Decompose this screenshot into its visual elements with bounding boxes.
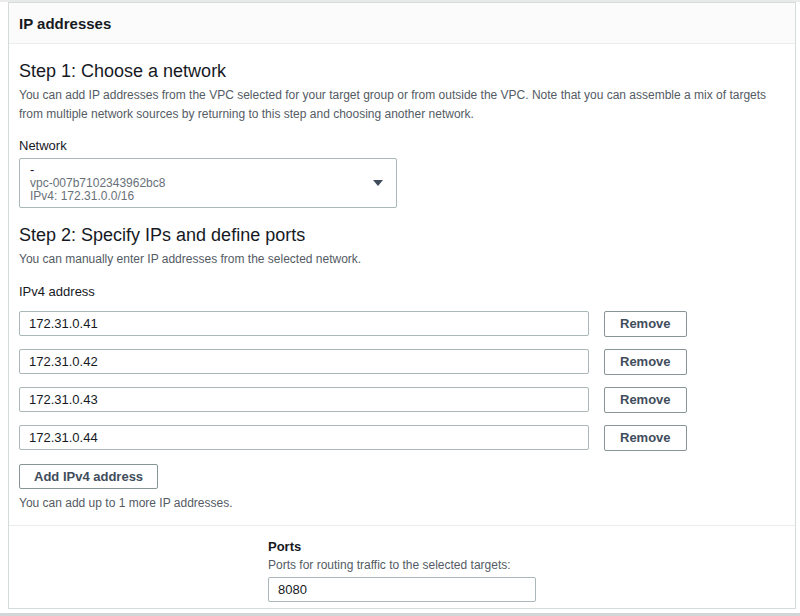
ipv4-address-input-3[interactable] (19, 387, 589, 412)
ip-address-row: Remove (19, 311, 785, 337)
remove-ip-button-4[interactable]: Remove (604, 425, 687, 451)
network-select[interactable]: - vpc-007b7102343962bc8 IPv4: 172.31.0.0… (19, 158, 397, 208)
ip-limit-note: You can add up to 1 more IP addresses. (19, 496, 785, 510)
ipv4-address-input-2[interactable] (19, 349, 589, 374)
ports-help-text: Ports can range from 1 to 65535. Multipl… (268, 608, 536, 609)
remove-ip-button-1[interactable]: Remove (604, 311, 687, 337)
ip-address-row: Remove (19, 425, 785, 451)
panel-header: IP addresses (9, 3, 795, 44)
step1-heading: Step 1: Choose a network (19, 61, 785, 82)
step2-heading: Step 2: Specify IPs and define ports (19, 225, 785, 246)
ipv4-address-label: IPv4 address (19, 284, 785, 299)
step2-description: You can manually enter IP addresses from… (19, 250, 777, 269)
network-select-name: - (30, 163, 366, 177)
ipv4-address-input-1[interactable] (19, 311, 589, 336)
ip-address-row: Remove (19, 387, 785, 413)
ip-address-row: Remove (19, 349, 785, 375)
remove-ip-button-3[interactable]: Remove (604, 387, 687, 413)
add-ipv4-address-button[interactable]: Add IPv4 address (19, 464, 158, 489)
section-divider (9, 525, 795, 526)
panel-body: Step 1: Choose a network You can add IP … (9, 61, 795, 609)
ports-label: Ports (268, 539, 536, 554)
ports-input[interactable] (268, 577, 536, 602)
network-select-cidr: IPv4: 172.31.0.0/16 (30, 190, 366, 203)
step1-description: You can add IP addresses from the VPC se… (19, 86, 777, 123)
remove-ip-button-2[interactable]: Remove (604, 349, 687, 375)
ports-section: Ports Ports for routing traffic to the s… (268, 539, 536, 609)
ip-addresses-panel: IP addresses Step 1: Choose a network Yo… (8, 2, 796, 609)
ports-description: Ports for routing traffic to the selecte… (268, 558, 536, 572)
panel-title: IP addresses (19, 15, 785, 32)
ipv4-address-input-4[interactable] (19, 425, 589, 450)
network-label: Network (19, 138, 785, 153)
chevron-down-icon (373, 180, 383, 186)
